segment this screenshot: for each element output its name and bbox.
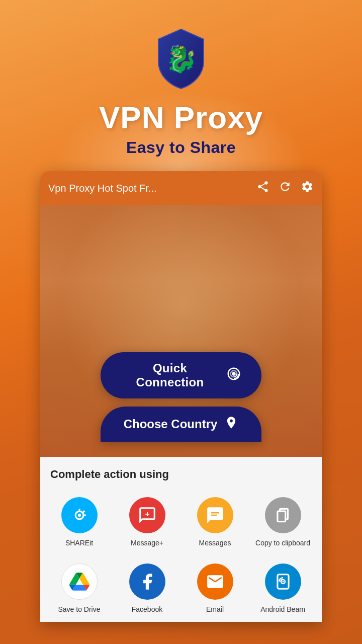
share-item-messageplus[interactable]: + Message+ (113, 489, 181, 555)
choose-country-label: Choose Country (124, 417, 218, 431)
share-item-drive[interactable]: Save to Drive (45, 555, 113, 622)
bottom-sheet-title: Complete action using (40, 457, 322, 489)
messageplus-icon: + (129, 497, 165, 533)
shareit-icon (61, 497, 98, 533)
svg-point-12 (282, 581, 284, 583)
quick-connection-label: Quick Connection (121, 361, 219, 389)
bottom-sheet: Complete action using SHAREit (40, 457, 322, 622)
share-item-facebook[interactable]: Facebook (113, 555, 181, 622)
share-item-clipboard[interactable]: Copy to clipboard (249, 489, 317, 555)
email-icon (197, 564, 233, 600)
location-icon (224, 416, 238, 433)
share-item-email[interactable]: Email (181, 555, 249, 622)
share-item-beam[interactable]: Android Beam (249, 555, 317, 622)
refresh-icon[interactable] (279, 180, 292, 196)
app-subtitle: Easy to Share (126, 138, 236, 157)
messageplus-label: Message+ (131, 538, 163, 547)
svg-text:+: + (145, 510, 149, 518)
svg-point-3 (77, 514, 80, 517)
shareit-label: SHAREit (65, 538, 93, 547)
share-item-shareit[interactable]: SHAREit (45, 489, 113, 555)
svg-point-1 (232, 372, 236, 376)
share-icon[interactable] (256, 180, 269, 196)
app-toolbar: Vpn Proxy Hot Spot Fr... (40, 171, 322, 205)
settings-icon[interactable] (301, 180, 314, 196)
quick-connection-button[interactable]: Quick Connection (101, 352, 261, 398)
drive-icon (61, 564, 98, 600)
email-label: Email (206, 605, 224, 614)
share-grid-row1: SHAREit + Message+ (40, 489, 322, 555)
svg-rect-9 (277, 511, 285, 522)
toolbar-icons (256, 180, 314, 196)
facebook-icon (129, 564, 165, 600)
connection-icon (226, 366, 241, 384)
svg-line-5 (83, 511, 84, 512)
phone-frame: Vpn Proxy Hot Spot Fr... (40, 171, 322, 622)
messages-label: Messages (199, 538, 231, 547)
facebook-label: Facebook (132, 605, 162, 614)
drive-label: Save to Drive (58, 605, 100, 614)
messages-icon (197, 497, 233, 533)
beam-label: Android Beam (260, 605, 305, 614)
app-content: Quick Connection Choose Country (40, 205, 322, 457)
clipboard-label: Copy to clipboard (255, 538, 310, 547)
svg-text:🐉: 🐉 (165, 43, 198, 74)
share-item-messages[interactable]: Messages (181, 489, 249, 555)
toolbar-title: Vpn Proxy Hot Spot Fr... (48, 183, 256, 194)
choose-country-button[interactable]: Choose Country (101, 407, 261, 442)
top-branding: 🐉 VPN Proxy Easy to Share (99, 0, 263, 171)
app-logo-icon: 🐉 (153, 25, 209, 91)
beam-icon (265, 564, 301, 600)
clipboard-icon (265, 497, 301, 533)
app-title: VPN Proxy (99, 100, 263, 135)
share-grid-row2: Save to Drive Facebook Email (40, 555, 322, 622)
